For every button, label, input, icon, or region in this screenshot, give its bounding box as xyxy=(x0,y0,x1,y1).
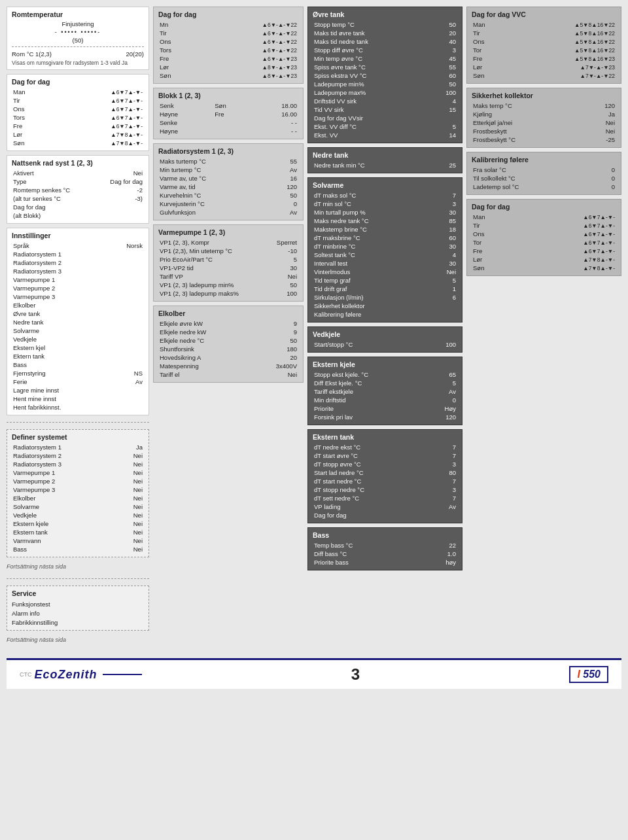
table-row: PrioriteHøy xyxy=(313,404,457,413)
table-row: Tir▲6▼7▲-▼- xyxy=(12,96,144,105)
table-row: Maks turtemp °C55 xyxy=(158,157,298,166)
service-items: FunksjonstestAlarm infoFabrikkinnstillin… xyxy=(12,599,144,627)
table-row: FjernstyringNS xyxy=(12,369,144,377)
service-item[interactable]: Alarm info xyxy=(12,608,144,618)
table-row: Radiatorsystem 2Nei xyxy=(12,451,144,460)
table-row: Ekst. VV14 xyxy=(313,131,457,139)
table-row: dT maksbrine °C60 xyxy=(313,234,457,242)
table-row: Ekstern tankNei xyxy=(12,528,144,536)
romtemperatur-subtitle: Finjustering xyxy=(12,20,144,27)
table-row: Hent fabrikkinnst. xyxy=(12,403,144,411)
table-row: Tor▲5▼8▲16▼22 xyxy=(472,46,616,54)
table-row: Ladetemp sol °C0 xyxy=(472,183,616,191)
table-row: Vedkjele xyxy=(12,335,144,343)
service-item[interactable]: Funksjonstest xyxy=(12,599,144,608)
table-row: Ladepumpe min%50 xyxy=(313,80,457,88)
table-row: dT sett nedre °C7 xyxy=(313,494,457,502)
table-row: Ons▲6▼7▲-▼- xyxy=(12,105,144,113)
innstillinger-table: SpråkNorskRadiatorsystem 1Radiatorsystem… xyxy=(12,241,144,411)
table-row: Fre▲6▼-▲-▼23 xyxy=(158,54,298,63)
service-item[interactable]: Fabrikkinnstilling xyxy=(12,618,144,627)
table-row: Spiss øvre tank °C55 xyxy=(313,63,457,71)
right-section: Øvre tank Stopp temp °C50Maks tid øvre t… xyxy=(307,7,621,645)
table-row: Lør▲7▼8▲-▼- xyxy=(12,130,144,139)
ovre-tank-table: Stopp temp °C50Maks tid øvre tank20Maks … xyxy=(313,20,457,139)
bottom-model-i: I xyxy=(577,669,580,680)
table-row: Ons▲6▼7▲-▼- xyxy=(472,230,616,238)
table-row: Sikkerhet kollektor xyxy=(313,302,457,310)
table-row: Ektern tank xyxy=(12,352,144,360)
table-row: Varmepumpe 3 xyxy=(12,292,144,301)
dag-for-dag-middle-title: Dag for dag xyxy=(158,10,298,18)
table-row: Dag for dag xyxy=(313,511,457,519)
table-row: Søn▲7▼-▲-▼22 xyxy=(472,71,616,80)
table-row: Intervall test30 xyxy=(313,259,457,268)
radiatorsystem-title: Radiatorsystem 1 (2, 3) xyxy=(158,147,298,155)
sikkerhet-title: Sikkerhet kollektor xyxy=(472,92,616,99)
blokk-row1: SenkSøn18.00 xyxy=(158,101,298,110)
table-row: FrostbeskyttNei xyxy=(472,127,616,135)
table-row: dT min sol °C3 xyxy=(313,200,457,208)
main-content: Romtemperatur Finjustering - ••••• •••••… xyxy=(7,7,621,645)
table-row: VarmvannNei xyxy=(12,536,144,545)
table-row: Varme av, ute °C16 xyxy=(158,174,298,183)
table-row: Radiatorsystem 1 xyxy=(12,250,144,258)
table-row: AktivertNei xyxy=(12,169,144,177)
left-sidebar: Romtemperatur Finjustering - ••••• •••••… xyxy=(7,7,149,645)
table-row: VP1 (2,3), Min utetemp °C-10 xyxy=(158,247,298,255)
table-row: Radiatorsystem 3 xyxy=(12,267,144,275)
ekstern-tank-panel: Ekstern tank dT nedre ekst °C7dT start ø… xyxy=(307,429,462,523)
table-row: Solvarme xyxy=(12,326,144,335)
innstillinger-panel: Innstillinger SpråkNorskRadiatorsystem 1… xyxy=(7,228,149,415)
table-row: Fra solar °C0 xyxy=(472,166,616,174)
table-row: dT start nedre °C7 xyxy=(313,477,457,485)
table-row: Stopp temp °C50 xyxy=(313,20,457,29)
bass-panel: Bass Temp bass °C22Diff bass °C1.0Priori… xyxy=(307,527,462,570)
table-row: Maks temp °C120 xyxy=(472,101,616,110)
table-row: Elkjele øvre kW9 xyxy=(158,319,298,328)
romtemperatur-panel: Romtemperatur Finjustering - ••••• •••••… xyxy=(7,7,149,70)
table-row: dT stopp øvre °C3 xyxy=(313,460,457,468)
definer-systemet-title: Definer systemet xyxy=(12,433,144,441)
service-panel: Service FunksjonstestAlarm infoFabrikkin… xyxy=(7,586,149,631)
romtemperatur-label3: Rom °C 1(2,3) xyxy=(12,50,52,58)
table-row: Sirkulasjon (l/min)6 xyxy=(313,293,457,302)
table-row: Elkjele nedre kW9 xyxy=(158,328,298,336)
bottom-bar: CTC EcoZenith 3 I 550 xyxy=(7,658,621,689)
table-row: Søn▲7▼8▲-▼- xyxy=(12,139,144,147)
table-row: Man▲6▼7▲-▼- xyxy=(12,88,144,96)
table-row: Tariff VPNei xyxy=(158,272,298,281)
kalibrering-title: Kalibrering følere xyxy=(472,156,616,164)
table-row: Etterkjøl ja/neiNei xyxy=(472,118,616,127)
nattsenk-panel: Nattsenk rad syst 1 (2, 3) AktivertNeiTy… xyxy=(7,155,149,224)
table-row: Tor▲6▼7▲-▼- xyxy=(472,238,616,247)
table-row: Dag for dag VVsir xyxy=(313,114,457,122)
table-row: Man▲5▼8▲16▼22 xyxy=(472,20,616,29)
varmepumpe-table: VP1 (2, 3), KomprSperretVP1 (2,3), Min u… xyxy=(158,238,298,298)
table-row: Varmepumpe 2 xyxy=(12,284,144,292)
table-row: Stopp ekst kjele. °C65 xyxy=(313,370,457,379)
table-row: Søn▲7▼8▲-▼- xyxy=(472,264,616,272)
table-row: Priorite basshøy xyxy=(313,558,457,567)
ovre-tank-panel: Øvre tank Stopp temp °C50Maks tid øvre t… xyxy=(307,7,462,143)
table-row: Dag for dag xyxy=(12,203,144,211)
romtemperatur-note: Visas om rumsgivare för radsystem 1-3 va… xyxy=(12,60,144,66)
fortsattning2: Fortsättning nästa sida xyxy=(7,637,149,643)
table-row: Tid drift graf1 xyxy=(313,285,457,293)
blokk-row4: Høyne- - xyxy=(158,127,298,135)
table-row: Min turtemp °CAv xyxy=(158,166,298,174)
table-row: KjølingJa xyxy=(472,110,616,118)
table-row: Kurvejusterin °C0 xyxy=(158,200,298,208)
table-row: VinterlmodusNei xyxy=(313,268,457,276)
table-row: Temp bass °C22 xyxy=(313,541,457,550)
nedre-tank-title: Nedre tank xyxy=(313,151,457,159)
dag-for-dag-left-table: Man▲6▼7▲-▼-Tir▲6▼7▲-▼-Ons▲6▼7▲-▼-Tors▲6▼… xyxy=(12,88,144,147)
romtemperatur-value3: 20(20) xyxy=(126,50,144,58)
table-row: BassNei xyxy=(12,545,144,553)
blokk-row3: Senke- - xyxy=(158,118,298,127)
table-row: Øvre tank xyxy=(12,309,144,318)
bass-title: Bass xyxy=(313,531,457,539)
table-row: dT nedre ekst °C7 xyxy=(313,443,457,451)
dag-for-dag-right-bottom-title: Dag for dag xyxy=(472,203,616,211)
bottom-model: I 550 xyxy=(569,666,608,683)
